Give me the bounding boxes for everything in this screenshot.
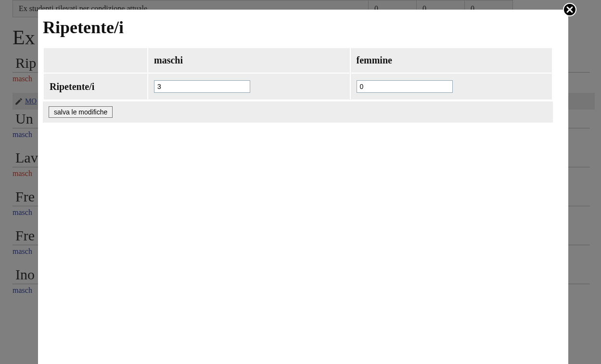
col-header-blank bbox=[44, 48, 147, 73]
cell-maschi bbox=[148, 74, 350, 100]
modal-form-table: maschi femmine Ripetente/i bbox=[43, 47, 553, 100]
femmine-input[interactable] bbox=[357, 80, 453, 93]
row-label: Ripetente/i bbox=[44, 74, 147, 100]
save-button[interactable]: salva le modifiche bbox=[49, 106, 113, 118]
col-header-maschi: maschi bbox=[148, 48, 350, 73]
modal-dialog: Ripetente/i maschi femmine Ripetente/i s… bbox=[38, 10, 568, 364]
maschi-input[interactable] bbox=[154, 80, 250, 93]
cell-femmine bbox=[351, 74, 552, 100]
save-row: salva le modifiche bbox=[43, 101, 553, 123]
modal-title: Ripetente/i bbox=[43, 17, 563, 38]
close-button[interactable] bbox=[563, 2, 577, 17]
col-header-femmine: femmine bbox=[351, 48, 552, 73]
